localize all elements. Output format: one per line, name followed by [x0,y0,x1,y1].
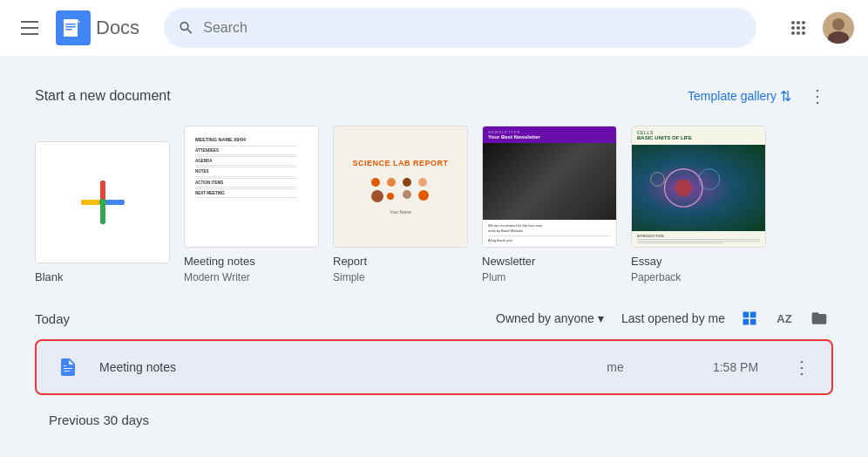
doc-time: 1:58 PM [692,360,779,374]
template-item-meeting-notes[interactable]: MEETING NAME 09/04 ATTENDEES AGENDA NOTE… [184,126,319,283]
templates-more-icon[interactable]: ⋮ [802,80,833,112]
doc-more-icon[interactable]: ⋮ [786,351,817,383]
template-thumb-meeting: MEETING NAME 09/04 ATTENDEES AGENDA NOTE… [184,126,319,248]
grid-view-icon[interactable] [736,304,763,332]
svg-point-19 [651,173,665,187]
doc-owner: me [546,360,685,374]
docs-filters: Owned by anyone ▾ Last opened by me AZ [489,304,833,332]
template-sub-report: Simple [333,271,365,283]
template-item-report[interactable]: SCIENCE LAB REPORT Your Name Report [333,126,468,283]
doc-row-meeting-notes[interactable]: Meeting notes me 1:58 PM ⋮ [35,339,833,395]
templates-controls: Template gallery ⇅ ⋮ [688,80,833,112]
docs-file-icon [56,10,91,45]
doc-icon-wrapper [51,350,85,385]
docs-list-header: Today Owned by anyone ▾ Last opened by m… [35,304,833,332]
svg-point-17 [675,180,692,197]
doc-meta: me 1:58 PM ⋮ [546,351,817,383]
template-name-meeting: Meeting notes [184,255,255,268]
folder-view-icon[interactable] [805,304,833,332]
doc-name: Meeting notes [99,360,176,374]
template-item-newsletter[interactable]: NEWSLETTER Your Best Newsletter We are n… [482,126,617,283]
svg-point-15 [99,199,106,206]
filter-chevron-icon: ▾ [598,311,604,325]
sort-alpha-icon[interactable]: AZ [770,304,798,332]
app-logo[interactable]: Docs [56,10,139,45]
search-bar[interactable] [164,8,756,48]
templates-grid: Blank MEETING NAME 09/04 ATTENDEES AGEND… [35,126,833,283]
apps-grid-icon[interactable] [781,10,816,45]
svg-rect-1 [64,19,78,37]
header-actions [781,10,854,45]
hamburger-menu-icon[interactable] [14,14,45,42]
template-sub-essay: Paperback [631,271,681,283]
template-item-essay[interactable]: CELLS BASIC UNITS OF LIFE [631,126,766,283]
owner-filter-button[interactable]: Owned by anyone ▾ [489,306,611,331]
svg-rect-3 [65,26,76,28]
doc-file-icon [58,357,78,378]
template-thumb-report: SCIENCE LAB REPORT Your Name [333,126,468,248]
app-title: Docs [96,17,139,39]
view-icons: AZ [736,304,833,332]
svg-rect-2 [65,24,76,25]
svg-point-7 [832,18,844,31]
gallery-chevron-icon: ⇅ [780,88,791,105]
template-thumb-essay: CELLS BASIC UNITS OF LIFE [631,126,766,248]
google-plus-icon [77,176,129,228]
template-item-blank[interactable]: Blank [35,141,170,283]
search-input[interactable] [203,20,743,36]
docs-section: Today Owned by anyone ▾ Last opened by m… [35,304,833,431]
templates-header: Start a new document Template gallery ⇅ … [35,80,833,112]
template-thumb-newsletter: NEWSLETTER Your Best Newsletter We are n… [482,126,617,248]
main-content: Start a new document Template gallery ⇅ … [0,56,868,448]
svg-point-18 [699,169,720,190]
template-sub-meeting: Modern Writer [184,271,250,283]
template-name-blank: Blank [35,270,64,283]
sort-label: Last opened by me [621,311,725,325]
template-thumb-blank [35,141,170,263]
template-gallery-button[interactable]: Template gallery ⇅ [688,88,791,105]
doc-name-area: Meeting notes [99,359,546,375]
svg-rect-4 [65,29,72,31]
avatar[interactable] [823,12,854,44]
template-sub-newsletter: Plum [482,271,505,283]
period-previous-label: Previous 30 days [35,409,833,431]
templates-section-title: Start a new document [35,88,171,104]
period-today-label: Today [35,311,70,326]
template-name-report: Report [333,255,367,268]
search-icon [178,19,194,37]
template-name-essay: Essay [631,255,661,268]
template-name-newsletter: Newsletter [482,255,535,268]
app-header: Docs [0,0,868,56]
